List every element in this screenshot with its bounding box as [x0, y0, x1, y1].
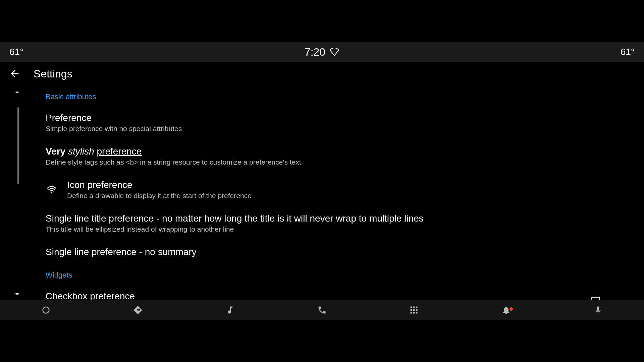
svg-point-0: [51, 192, 52, 193]
preference-title: Preference: [46, 113, 604, 123]
preference-no-summary[interactable]: Single line preference - no summary: [46, 240, 604, 264]
preference-summary: This title will be ellipsized instead of…: [46, 225, 604, 233]
preference-icon[interactable]: Icon preference Define a drawable to dis…: [46, 173, 604, 206]
preference-title: Very stylish preference: [46, 146, 604, 157]
preference-plain[interactable]: Preference Simple preference with no spe…: [46, 106, 604, 139]
svg-rect-7: [416, 309, 418, 311]
wifi-empty-icon: [329, 48, 339, 56]
notification-dot-icon: [509, 307, 513, 311]
mic-icon: [594, 306, 602, 314]
status-temp-left: 61°: [9, 47, 322, 57]
preference-list: Basic attributes Preference Simple prefe…: [27, 86, 644, 300]
status-temp-right: 61°: [322, 47, 635, 57]
preference-summary: Simple preference with no special attrib…: [46, 125, 604, 133]
stage: 61° 7:20 61° Settings: [0, 0, 644, 362]
status-bar: 61° 7:20 61°: [0, 42, 644, 62]
phone-icon: [317, 305, 327, 315]
scroll-down-button[interactable]: [13, 290, 21, 298]
status-time: 7:20: [305, 46, 325, 58]
back-button[interactable]: [8, 67, 21, 80]
preference-title: Single line preference - no summary: [46, 247, 604, 257]
device-frame: 61° 7:20 61° Settings: [0, 42, 644, 320]
circle-outline-icon: [41, 305, 51, 315]
svg-rect-5: [411, 309, 412, 311]
directions-icon: [133, 305, 143, 315]
svg-point-1: [43, 307, 49, 313]
svg-rect-4: [416, 307, 418, 308]
stylish-underline: preference: [97, 146, 142, 157]
nav-music-button[interactable]: [184, 305, 276, 315]
preference-summary: Define a drawable to display it at the s…: [67, 192, 604, 200]
preference-title: Icon preference: [67, 180, 604, 190]
svg-rect-6: [413, 309, 415, 311]
svg-rect-10: [416, 312, 418, 314]
scroll-gutter: [0, 86, 27, 300]
status-center: 7:20: [305, 46, 339, 58]
page-title: Settings: [34, 68, 72, 80]
music-note-icon: [225, 305, 235, 315]
bell-icon: [501, 305, 511, 315]
preference-stylish[interactable]: Very stylish preference Define style tag…: [46, 139, 604, 173]
preference-checkbox[interactable]: Checkbox preference Tap anywhere in this…: [46, 284, 604, 300]
content: Basic attributes Preference Simple prefe…: [0, 86, 644, 300]
scrollbar-thumb[interactable]: [17, 107, 19, 184]
scroll-up-button[interactable]: [13, 88, 21, 97]
wifi-icon: [46, 185, 58, 195]
nav-assistant-button[interactable]: [0, 305, 92, 315]
checkbox-unchecked-icon: [591, 297, 600, 300]
svg-rect-3: [413, 307, 415, 308]
nav-phone-button[interactable]: [276, 305, 368, 315]
preference-single-line-title[interactable]: Single line title preference - no matter…: [46, 206, 604, 240]
checkbox[interactable]: [588, 297, 604, 300]
nav-voice-button[interactable]: [552, 306, 644, 314]
app-bar: Settings: [0, 62, 644, 86]
svg-rect-2: [411, 307, 412, 308]
apps-grid-icon: [409, 305, 419, 315]
preference-title: Single line title preference - no matter…: [46, 213, 604, 224]
preference-title: Checkbox preference: [46, 291, 578, 300]
stylish-italic: stylish: [68, 146, 94, 157]
arrow-left-icon: [9, 68, 20, 79]
category-widgets: Widgets: [46, 264, 604, 284]
svg-rect-8: [411, 312, 412, 314]
nav-notifications-button[interactable]: [460, 305, 552, 315]
preference-summary: Define style tags such as <b> in a strin…: [46, 158, 604, 166]
nav-directions-button[interactable]: [92, 305, 184, 315]
bottom-nav: [0, 300, 644, 320]
category-basic-attributes: Basic attributes: [46, 86, 604, 106]
svg-rect-9: [413, 312, 415, 314]
stylish-bold: Very: [46, 146, 65, 157]
nav-apps-button[interactable]: [368, 305, 460, 315]
